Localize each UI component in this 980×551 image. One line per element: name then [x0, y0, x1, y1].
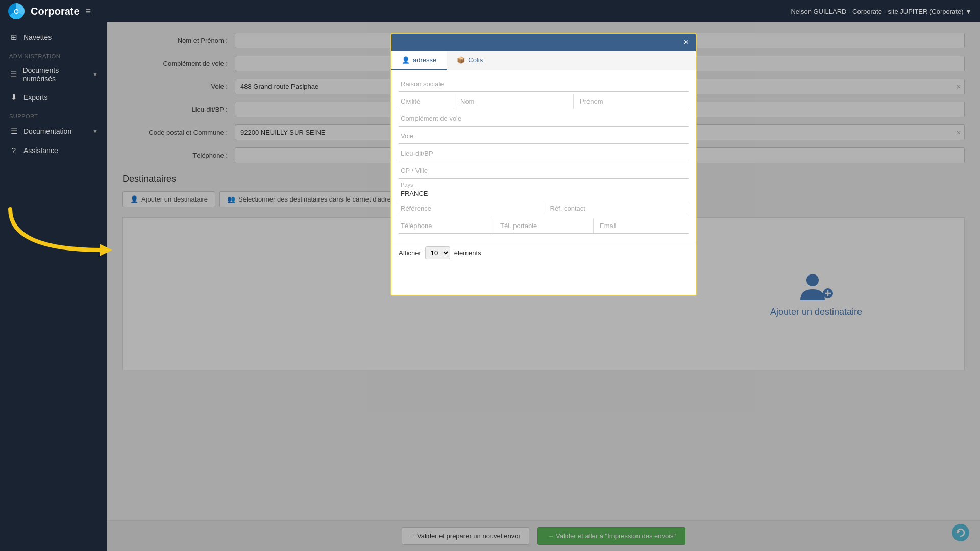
tel-portable-input[interactable] [498, 218, 589, 233]
assistance-icon: ? [9, 146, 18, 155]
sidebar-label-navettes: Navettes [23, 33, 52, 41]
modal-lieu-dit-input[interactable] [399, 146, 689, 161]
docs-icon: ☰ [9, 70, 17, 79]
email-input[interactable] [598, 218, 689, 233]
modal-tabs: 👤 adresse 📦 Colis [391, 51, 696, 70]
row-sep-3 [544, 201, 544, 216]
sidebar-label-exports: Exports [23, 93, 47, 102]
doc-arrow: ▼ [92, 128, 98, 134]
pays-label: Pays [399, 181, 689, 188]
modal-tab-colis[interactable]: 📦 Colis [447, 51, 493, 70]
raison-sociale-input[interactable] [399, 77, 689, 92]
prenom-input[interactable] [578, 94, 689, 109]
reference-input[interactable] [399, 201, 540, 216]
sidebar-label-documents: Documents numérisés [22, 66, 87, 83]
hamburger-menu[interactable]: ≡ [86, 6, 91, 17]
civilite-input[interactable] [399, 94, 450, 109]
sidebar-section-support: SUPPORT [0, 107, 107, 121]
tel-email-row [399, 218, 689, 234]
modal-table-area [391, 264, 696, 295]
sidebar-label-assistance: Assistance [23, 146, 58, 155]
row-sep-5 [593, 218, 594, 233]
sidebar-label-documentation: Documentation [23, 127, 71, 135]
app-title: Corporate [31, 6, 80, 17]
sidebar-item-exports[interactable]: ⬇ Exports [0, 88, 107, 107]
modal-tab-adresse[interactable]: 👤 adresse [391, 51, 447, 70]
civilite-nom-prenom-row [399, 94, 689, 109]
afficher-label: Afficher [399, 249, 421, 257]
address-tab-label: adresse [413, 56, 436, 64]
afficher-row: Afficher 10 25 50 éléments [391, 241, 696, 264]
elements-label: éléments [454, 249, 481, 257]
modal-dialog: × 👤 adresse 📦 Colis [390, 33, 697, 296]
modal-telephone-input[interactable] [399, 218, 489, 233]
grid-icon: ⊞ [9, 33, 18, 42]
afficher-select[interactable]: 10 25 50 [425, 246, 450, 259]
sidebar-item-navettes[interactable]: ⊞ Navettes [0, 28, 107, 47]
pays-field: Pays FRANCE [399, 181, 689, 201]
app-logo: C [8, 3, 24, 19]
row-sep-2 [573, 94, 574, 109]
user-info[interactable]: Nelson GUILLARD - Corporate - site JUPIT… [791, 8, 972, 15]
exports-icon: ⬇ [9, 93, 18, 102]
top-navigation: C Corporate ≡ Nelson GUILLARD - Corporat… [0, 0, 980, 22]
modal-cp-ville-input[interactable] [399, 163, 689, 179]
sidebar-section-admin: ADMINISTRATION [0, 47, 107, 61]
docs-arrow: ▼ [92, 71, 98, 78]
address-tab-icon: 👤 [402, 56, 410, 64]
modal-overlay: × 👤 adresse 📦 Colis [107, 22, 980, 551]
colis-tab-label: Colis [468, 56, 483, 64]
row-sep-1 [454, 94, 454, 109]
ref-contact-input[interactable] [548, 201, 689, 216]
nav-left: C Corporate ≡ [8, 3, 91, 19]
modal-header: × [391, 34, 696, 51]
sidebar-item-documents[interactable]: ☰ Documents numérisés ▼ [0, 61, 107, 88]
nom-input[interactable] [458, 94, 569, 109]
pays-value: FRANCE [399, 188, 689, 201]
reference-row [399, 201, 689, 216]
modal-complement-voie-input[interactable] [399, 111, 689, 127]
row-sep-4 [494, 218, 494, 233]
modal-close-button[interactable]: × [684, 38, 689, 47]
documentation-icon: ☰ [9, 127, 18, 136]
sidebar-item-documentation[interactable]: ☰ Documentation ▼ [0, 121, 107, 141]
sidebar-item-assistance[interactable]: ? Assistance [0, 141, 107, 160]
modal-body: Pays FRANCE [391, 70, 696, 241]
modal-voie-input[interactable] [399, 129, 689, 144]
sidebar: ⊞ Navettes ADMINISTRATION ☰ Documents nu… [0, 22, 107, 551]
colis-tab-icon: 📦 [457, 56, 465, 64]
